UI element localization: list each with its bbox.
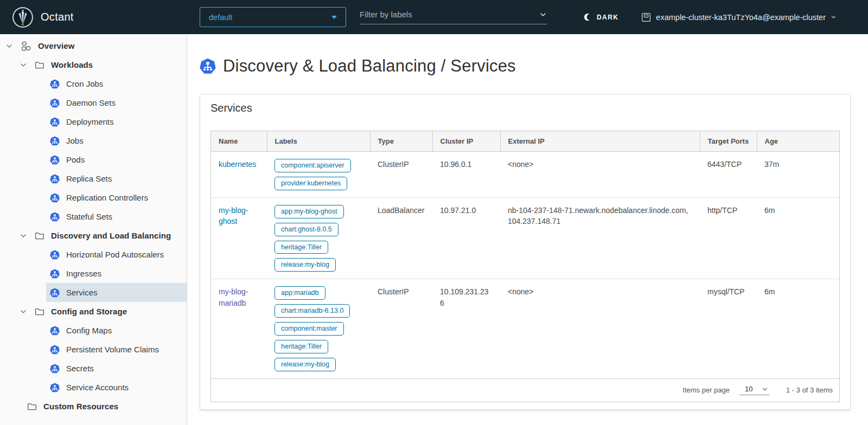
column-header-target-ports: Target Ports [700,131,757,152]
sidebar-item-cron-jobs[interactable]: Cron Jobs [46,74,187,93]
cell-labels: app:my-blog-ghostchart:ghost-8.0.5herita… [267,197,370,279]
service-link[interactable]: my-blog-mariadb [219,287,248,307]
sidebar-item-persistent-volume-claims[interactable]: Persistent Volume Claims [46,340,187,359]
theme-toggle-button[interactable]: DARK [583,12,618,22]
overview-icon [21,41,31,51]
table-row: my-blog-ghostapp:my-blog-ghostchart:ghos… [211,197,839,279]
sidebar-item-replica-sets[interactable]: Replica Sets [46,169,187,188]
sidebar-item-label: Services [66,288,98,297]
sidebar-item-daemon-sets[interactable]: Daemon Sets [46,93,187,112]
sidebar-item-custom-resources[interactable]: Custom Resources [0,397,187,416]
label-tag[interactable]: release:my-blog [275,358,336,371]
context-name: example-cluster-ka3TuTzYo4a@example-clus… [656,13,826,22]
label-tag[interactable]: heritage:Tiller [275,241,328,254]
sidebar-item-label: Stateful Sets [66,212,112,221]
cell-target-ports: mysql/TCP [700,279,757,378]
cluster-icon [641,12,651,22]
chevron-down-icon [20,232,27,240]
sidebar-item-pods[interactable]: Pods [46,150,187,169]
sidebar-item-jobs[interactable]: Jobs [46,131,187,150]
sidebar-item-stateful-sets[interactable]: Stateful Sets [46,207,187,226]
label-tag[interactable]: app:mariadb [275,286,326,300]
column-header-labels: Labels [267,131,370,152]
sidebar-item-label: Cron Jobs [66,79,103,88]
chevron-down-icon [5,42,13,50]
card-title: Services [210,102,840,114]
sidebar-item-ingresses[interactable]: Ingresses [46,264,187,283]
replica-sets-icon [50,174,60,184]
sidebar-item-label: Discovery and Load Balancing [51,231,171,240]
sidebar: OverviewWorkloadsCron JobsDaemon SetsDep… [0,34,187,425]
label-tag[interactable]: chart:mariadb-6.13.0 [275,304,350,318]
namespace-select[interactable]: default [200,7,346,27]
cell-cluster-ip: 10.109.231.236 [432,279,500,378]
sidebar-item-label: Replica Sets [66,174,112,183]
label-tag[interactable]: component:master [275,322,344,336]
sidebar-item-label: Config and Storage [51,307,127,316]
items-per-page-select[interactable]: 10 [739,385,770,395]
sidebar-item-label: Workloads [51,60,93,69]
services-heptagon-icon [200,58,216,74]
sidebar-item-deployments[interactable]: Deployments [46,112,187,131]
sidebar-item-config-and-storage[interactable]: Config and Storage [0,302,187,321]
column-header-age: Age [757,131,839,152]
sidebar-item-workloads[interactable]: Workloads [0,55,187,74]
page-title-row: Discovery & Load Balancing / Services [200,56,851,76]
chevron-down-icon [20,308,27,315]
service-link[interactable]: my-blog-ghost [219,206,248,226]
jobs-icon [50,136,60,146]
sidebar-item-label: Secrets [66,364,94,373]
chevron-down-icon [539,11,547,18]
replication-controllers-icon [50,193,60,203]
services-table: NameLabelsTypeCluster IPExternal IPTarge… [211,131,839,378]
cell-type: ClusterIP [370,279,432,378]
cell-external-ip: <none> [500,152,700,198]
label-tag[interactable]: provider:kubernetes [275,177,347,190]
cell-target-ports: 6443/TCP [700,152,757,198]
sidebar-item-service-accounts[interactable]: Service Accounts [46,378,187,397]
sidebar-item-label: Horizontal Pod Autoscalers [66,250,164,259]
horizontal-pod-autoscalers-icon [50,250,60,260]
folder-icon [27,402,37,411]
cell-target-ports: http/TCP [700,197,757,279]
cell-age: 37m [757,152,839,198]
service-accounts-icon [50,383,60,392]
label-tag[interactable]: app:my-blog-ghost [275,205,344,218]
chevron-down-icon [762,386,768,392]
sidebar-item-overview[interactable]: Overview [0,36,187,55]
sidebar-item-services[interactable]: Services [46,283,187,302]
context-selector[interactable]: example-cluster-ka3TuTzYo4a@example-clus… [641,12,837,22]
deployments-icon [50,117,60,127]
sidebar-item-replication-controllers[interactable]: Replication Controllers [46,188,187,207]
cell-cluster-ip: 10.97.21.0 [432,197,500,279]
services-icon [50,288,60,298]
services-card: Services NameLabelsTypeCluster IPExterna… [200,94,851,410]
cell-labels: component:apiserverprovider:kubernetes [267,152,370,198]
moon-icon [583,12,592,22]
sidebar-item-label: Pods [66,155,85,164]
table-row: kubernetescomponent:apiserverprovider:ku… [211,152,839,198]
label-tag[interactable]: chart:ghost-8.0.5 [275,223,339,236]
label-tag[interactable]: heritage:Tiller [275,340,328,353]
persistent-volume-claims-icon [50,345,60,355]
cell-type: ClusterIP [370,152,432,198]
caret-down-icon [331,16,337,19]
sidebar-item-label: Overview [38,41,75,50]
sidebar-item-discovery-and-load-balancing[interactable]: Discovery and Load Balancing [0,226,187,245]
sidebar-item-label: Config Maps [66,326,112,335]
cell-type: LoadBalancer [370,197,432,279]
label-tag[interactable]: release:my-blog [275,258,336,272]
brand: Octant [0,7,187,28]
label-tag[interactable]: component:apiserver [275,159,351,172]
config-maps-icon [50,326,60,336]
page-title: Discovery & Load Balancing / Services [223,56,516,76]
sidebar-item-config-maps[interactable]: Config Maps [46,321,187,340]
service-link[interactable]: kubernetes [219,160,256,169]
label-filter-input[interactable]: Filter by labels [360,10,547,24]
folder-icon [35,307,44,317]
folder-icon [35,60,44,70]
daemon-sets-icon [50,98,60,108]
sidebar-item-horizontal-pod-autoscalers[interactable]: Horizontal Pod Autoscalers [46,245,187,264]
items-per-page-value: 10 [745,385,752,393]
sidebar-item-secrets[interactable]: Secrets [46,359,187,378]
